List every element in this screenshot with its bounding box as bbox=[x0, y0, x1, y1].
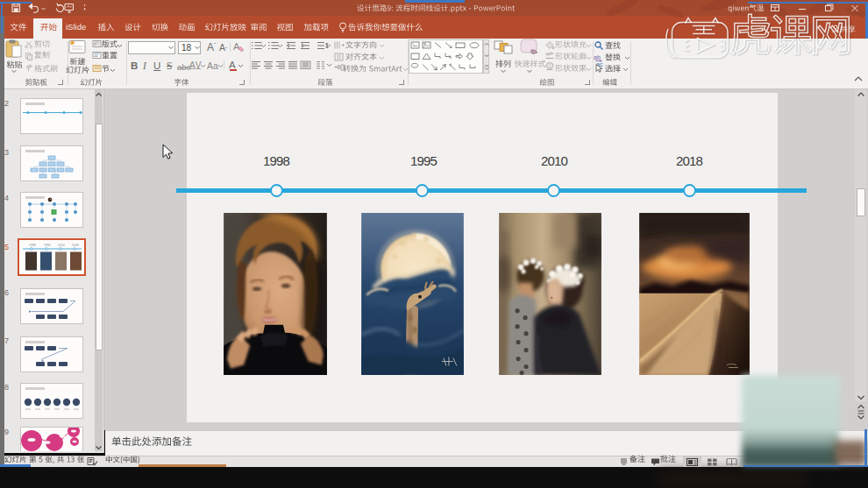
svg-text:2018: 2018 bbox=[72, 244, 79, 247]
svg-text:2010: 2010 bbox=[58, 244, 65, 247]
svg-text:A: A bbox=[233, 41, 240, 52]
svg-text:ab: ab bbox=[594, 54, 601, 60]
svg-text:1998: 1998 bbox=[29, 244, 36, 247]
svg-text:1995: 1995 bbox=[44, 244, 51, 247]
